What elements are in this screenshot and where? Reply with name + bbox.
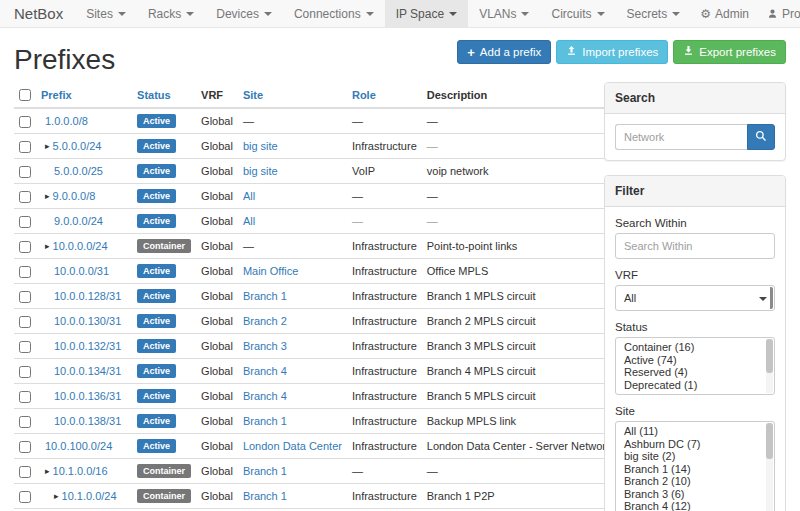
- site-listbox: All (11)Ashburn DC (7)big site (2)Branch…: [615, 421, 775, 511]
- row-checkbox[interactable]: [19, 391, 31, 403]
- filter-option[interactable]: Branch 3 (6): [616, 488, 774, 501]
- row-checkbox[interactable]: [19, 116, 31, 128]
- prefix-link[interactable]: 10.0.0.134/31: [54, 365, 121, 378]
- row-checkbox[interactable]: [19, 241, 31, 253]
- site-link[interactable]: London Data Center: [243, 440, 342, 452]
- column-header-status[interactable]: Status: [132, 82, 196, 108]
- status-badge: Active: [137, 164, 176, 178]
- site-link[interactable]: big site: [243, 165, 278, 177]
- row-checkbox[interactable]: [19, 491, 31, 503]
- navbar: NetBox SitesRacksDevicesConnectionsIP Sp…: [0, 0, 800, 28]
- scrollbar-thumb[interactable]: [766, 423, 773, 459]
- nav-item-label: Connections: [294, 7, 361, 21]
- nav-item-ip-space[interactable]: IP Space: [385, 0, 468, 27]
- filter-option[interactable]: Branch 1 (14): [616, 463, 774, 476]
- select-all-checkbox[interactable]: [19, 89, 31, 101]
- nav-item-circuits[interactable]: Circuits: [540, 0, 615, 27]
- filter-option[interactable]: big site (2): [616, 450, 774, 463]
- column-header-prefix[interactable]: Prefix: [36, 82, 132, 108]
- table-row: 10.0.100.0/24ActiveGlobalLondon Data Cen…: [14, 434, 616, 459]
- site-link[interactable]: Branch 4: [243, 365, 287, 377]
- table-row: 10.0.0.128/31ActiveGlobalBranch 1Infrast…: [14, 284, 616, 309]
- description-value: Point-to-point links: [427, 240, 518, 252]
- nav-profile-link[interactable]: Profile: [758, 0, 800, 27]
- expand-caret-icon: ▸: [54, 491, 59, 501]
- brand-link[interactable]: NetBox: [0, 0, 75, 27]
- site-link[interactable]: big site: [243, 140, 278, 152]
- filter-option[interactable]: Reserved (4): [616, 366, 774, 379]
- filter-option[interactable]: Branch 2 (10): [616, 475, 774, 488]
- site-link[interactable]: All: [243, 190, 255, 202]
- scrollbar-thumb[interactable]: [766, 339, 773, 373]
- prefix-link[interactable]: 5.0.0.0/24: [53, 140, 102, 153]
- filter-panel: Filter Search Within VRF All Status Cont…: [604, 175, 786, 511]
- description-value: Branch 3 MPLS circuit: [427, 340, 536, 352]
- prefix-link[interactable]: 10.0.100.0/24: [45, 440, 112, 453]
- search-button[interactable]: [747, 124, 775, 150]
- filter-option[interactable]: Container (16): [616, 341, 774, 354]
- export-prefixes-button[interactable]: Export prefixes: [673, 40, 786, 64]
- site-link[interactable]: Branch 1: [243, 490, 287, 502]
- prefix-link[interactable]: 10.0.0.130/31: [54, 315, 121, 328]
- site-link[interactable]: All: [243, 215, 255, 227]
- row-checkbox[interactable]: [19, 291, 31, 303]
- nav-item-label: Racks: [148, 7, 181, 21]
- column-header-role[interactable]: Role: [347, 82, 422, 108]
- prefix-link[interactable]: 10.0.0.0/31: [54, 265, 109, 278]
- row-checkbox[interactable]: [19, 266, 31, 278]
- nav-item-secrets[interactable]: Secrets: [616, 0, 692, 27]
- nav-item-devices[interactable]: Devices: [205, 0, 283, 27]
- site-link[interactable]: Branch 1: [243, 290, 287, 302]
- site-link[interactable]: Branch 4: [243, 390, 287, 402]
- site-link[interactable]: Branch 3: [243, 340, 287, 352]
- import-prefixes-button[interactable]: Import prefixes: [556, 40, 668, 64]
- filter-option[interactable]: Deprecated (1): [616, 379, 774, 392]
- column-header-site[interactable]: Site: [238, 82, 347, 108]
- prefix-link[interactable]: 10.0.0.138/31: [54, 415, 121, 428]
- prefix-link[interactable]: 10.1.0.0/16: [53, 465, 108, 478]
- role-value: —: [352, 115, 363, 127]
- search-input[interactable]: [615, 124, 747, 150]
- status-badge: Active: [137, 214, 176, 228]
- row-checkbox[interactable]: [19, 191, 31, 203]
- nav-item-connections[interactable]: Connections: [283, 0, 385, 27]
- prefix-link[interactable]: 10.0.0.128/31: [54, 290, 121, 303]
- row-checkbox[interactable]: [19, 216, 31, 228]
- nav-item-vlans[interactable]: VLANs: [468, 0, 540, 27]
- expand-caret-icon: ▸: [45, 241, 50, 251]
- vrf-select[interactable]: All: [615, 285, 775, 311]
- search-panel: Search: [604, 82, 786, 161]
- site-link[interactable]: Branch 2: [243, 315, 287, 327]
- prefix-link[interactable]: 9.0.0.0/24: [54, 215, 103, 228]
- row-checkbox[interactable]: [19, 466, 31, 478]
- row-checkbox[interactable]: [19, 341, 31, 353]
- prefix-link[interactable]: 1.0.0.0/8: [45, 115, 88, 128]
- filter-option[interactable]: Active (74): [616, 354, 774, 367]
- nav-admin-link[interactable]: ⚙Admin: [691, 0, 758, 27]
- prefix-link[interactable]: 10.1.0.0/24: [62, 490, 117, 503]
- row-checkbox[interactable]: [19, 366, 31, 378]
- table-row: 5.0.0.0/25ActiveGlobalbig siteVoIPvoip n…: [14, 159, 616, 184]
- filter-option[interactable]: Branch 4 (12): [616, 500, 774, 511]
- site-link[interactable]: Main Office: [243, 265, 298, 277]
- prefix-link[interactable]: 10.0.0.0/24: [53, 240, 108, 253]
- row-checkbox[interactable]: [19, 316, 31, 328]
- prefix-link[interactable]: 9.0.0.0/8: [53, 190, 96, 203]
- filter-option[interactable]: All (11): [616, 425, 774, 438]
- status-badge: Active: [137, 389, 176, 403]
- nav-item-racks[interactable]: Racks: [137, 0, 205, 27]
- add-prefix-button[interactable]: + Add a prefix: [457, 40, 551, 64]
- expand-caret-icon: ▸: [45, 191, 50, 201]
- row-checkbox[interactable]: [19, 441, 31, 453]
- prefix-link[interactable]: 10.0.0.136/31: [54, 390, 121, 403]
- search-within-input[interactable]: [615, 233, 775, 259]
- filter-option[interactable]: Ashburn DC (7): [616, 438, 774, 451]
- row-checkbox[interactable]: [19, 166, 31, 178]
- prefix-link[interactable]: 10.0.0.132/31: [54, 340, 121, 353]
- row-checkbox[interactable]: [19, 416, 31, 428]
- nav-item-sites[interactable]: Sites: [75, 0, 137, 27]
- site-link[interactable]: Branch 1: [243, 465, 287, 477]
- prefix-link[interactable]: 5.0.0.0/25: [54, 165, 103, 178]
- site-link[interactable]: Branch 1: [243, 415, 287, 427]
- row-checkbox[interactable]: [19, 141, 31, 153]
